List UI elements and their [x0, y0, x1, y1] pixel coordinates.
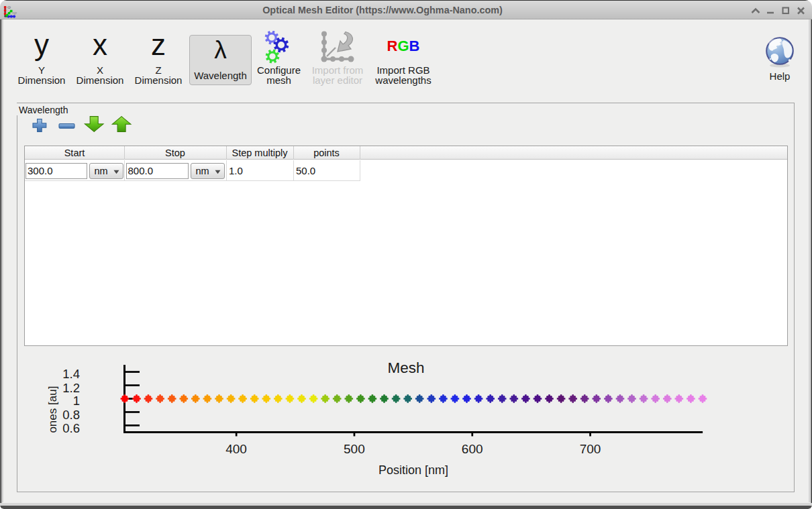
- svg-text:1: 1: [73, 394, 80, 408]
- svg-text:1.4: 1.4: [62, 367, 80, 381]
- svg-text:700: 700: [580, 442, 601, 456]
- svg-text:600: 600: [462, 442, 483, 456]
- svg-text:Position [nm]: Position [nm]: [378, 463, 448, 477]
- svg-text:500: 500: [344, 442, 365, 456]
- svg-text:1.2: 1.2: [62, 381, 80, 395]
- svg-text:400: 400: [225, 442, 247, 456]
- svg-text:0.8: 0.8: [62, 408, 80, 422]
- svg-text:Mesh: Mesh: [387, 359, 424, 376]
- svg-text:0.6: 0.6: [62, 421, 80, 435]
- svg-text:ones [au]: ones [au]: [47, 386, 60, 433]
